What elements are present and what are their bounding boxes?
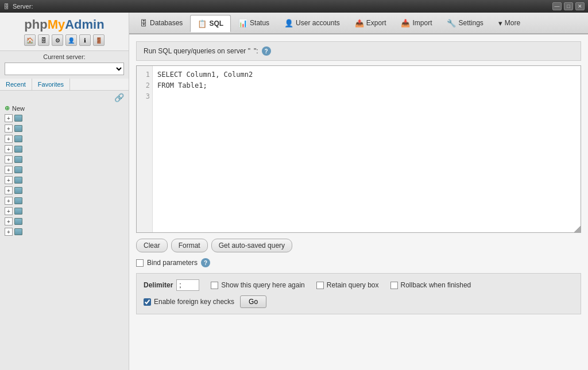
- tree-expand-btn[interactable]: +: [5, 176, 13, 184]
- tree-db-icon: [14, 218, 22, 225]
- tree-item: +: [0, 123, 129, 134]
- tree-item: +: [0, 216, 129, 227]
- minimize-button[interactable]: —: [552, 2, 562, 10]
- logo-my: My: [48, 17, 65, 32]
- retain-query-checkbox[interactable]: [316, 282, 324, 289]
- tree-expand-btn[interactable]: +: [5, 135, 13, 143]
- user-accounts-icon: 👤: [284, 19, 293, 28]
- content-area: 🗄 Databases 📋 SQL 📊 Status 👤 User accoun…: [129, 13, 588, 370]
- retain-query-wrap: Retain query box: [316, 281, 379, 289]
- tree-item: +: [0, 185, 129, 196]
- tree-item: +: [0, 154, 129, 165]
- server-select-wrap: [0, 61, 129, 79]
- tree-db-icon: [14, 177, 22, 184]
- close-button[interactable]: ✕: [575, 2, 585, 10]
- info-icon[interactable]: ℹ: [79, 34, 91, 46]
- delimiter-wrap: Delimiter: [144, 279, 199, 291]
- tree-expand-btn[interactable]: +: [5, 197, 13, 205]
- tab-status[interactable]: 📊 Status: [231, 14, 277, 32]
- format-button[interactable]: Format: [171, 239, 208, 252]
- settings-icon[interactable]: ⚙: [52, 34, 63, 46]
- tree-db-icon: [14, 125, 22, 132]
- tab-databases[interactable]: 🗄 Databases: [133, 14, 190, 32]
- line-num-1: 1: [139, 69, 150, 80]
- tree-db-icon: [14, 166, 22, 173]
- get-auto-saved-button[interactable]: Get auto-saved query: [211, 239, 292, 252]
- tree-db-icon: [14, 146, 22, 153]
- exit-icon[interactable]: 🚪: [93, 34, 105, 46]
- rollback-wrap: Rollback when finished: [390, 281, 471, 289]
- logo-php: php: [24, 17, 47, 32]
- sql-editor-wrap: 1 2 3 SELECT Column1, Column2 FROM Table…: [136, 65, 581, 233]
- tree-expand-btn[interactable]: +: [5, 207, 13, 215]
- tree-expand-btn[interactable]: +: [5, 124, 13, 133]
- tree-expand-btn[interactable]: +: [5, 186, 13, 194]
- logo-admin: Admin: [65, 17, 104, 32]
- tree-item: +: [0, 175, 129, 185]
- tree-db-icon: [14, 208, 22, 215]
- action-buttons: Clear Format Get auto-saved query: [136, 239, 581, 252]
- tree-expand-btn[interactable]: +: [5, 217, 13, 225]
- line-num-2: 2: [139, 80, 150, 91]
- tree-item: +: [0, 144, 129, 154]
- tab-sql[interactable]: 📋 SQL: [190, 15, 231, 32]
- tree-item: +: [0, 227, 129, 237]
- tab-settings[interactable]: 🔧 Settings: [439, 14, 490, 32]
- logo: phpMyAdmin: [5, 17, 124, 32]
- bind-params-help-icon[interactable]: ?: [201, 258, 210, 267]
- tab-databases-label: Databases: [150, 19, 183, 27]
- resize-handle[interactable]: [574, 225, 581, 232]
- rollback-label: Rollback when finished: [401, 281, 471, 289]
- tab-import-label: Import: [412, 19, 432, 27]
- db-icon[interactable]: 🗄: [38, 34, 49, 46]
- server-select[interactable]: [5, 63, 124, 75]
- sidebar-tree: 🔗 ⊕ New + + + + +: [0, 91, 129, 370]
- delimiter-input[interactable]: [176, 279, 199, 291]
- help-icon[interactable]: ?: [262, 46, 271, 56]
- tree-expand-btn[interactable]: +: [5, 166, 13, 174]
- tree-expand-btn[interactable]: +: [5, 155, 13, 163]
- tree-item: +: [0, 165, 129, 175]
- link-icon[interactable]: 🔗: [114, 93, 124, 102]
- window-title: Server:: [13, 3, 549, 10]
- tab-import[interactable]: 📥 Import: [393, 14, 439, 32]
- home-icon[interactable]: 🏠: [24, 34, 36, 46]
- delimiter-label: Delimiter: [144, 281, 173, 289]
- show-query-checkbox[interactable]: [211, 282, 218, 289]
- tab-export[interactable]: 📤 Export: [347, 14, 394, 32]
- tree-expand-btn[interactable]: +: [5, 145, 13, 153]
- retain-query-label: Retain query box: [327, 281, 379, 289]
- more-icon: ▾: [498, 19, 502, 28]
- bind-params-checkbox[interactable]: [136, 259, 144, 267]
- rollback-checkbox[interactable]: [390, 282, 398, 289]
- show-query-label: Show this query here again: [221, 281, 304, 289]
- settings-nav-icon: 🔧: [447, 19, 456, 28]
- tab-user-accounts[interactable]: 👤 User accounts: [277, 14, 347, 32]
- foreign-key-checkbox[interactable]: [144, 298, 151, 306]
- new-plus-icon: ⊕: [5, 104, 10, 112]
- line-num-3: 3: [139, 91, 150, 102]
- tree-expand-btn[interactable]: +: [5, 114, 13, 122]
- user-icon[interactable]: 👤: [65, 34, 77, 46]
- sidebar-tab-recent[interactable]: Recent: [0, 79, 32, 90]
- maximize-button[interactable]: □: [564, 2, 573, 10]
- sidebar-tab-favorites[interactable]: Favorites: [32, 79, 70, 90]
- tab-sql-label: SQL: [209, 20, 223, 28]
- go-button[interactable]: Go: [240, 295, 266, 308]
- tree-expand-btn[interactable]: +: [5, 228, 13, 236]
- tree-db-icon: [14, 228, 22, 235]
- window-controls: — □ ✕: [552, 2, 585, 10]
- clear-button[interactable]: Clear: [136, 239, 168, 252]
- query-header-text2: ":: [254, 47, 258, 55]
- export-icon: 📤: [355, 19, 364, 28]
- tree-new-item[interactable]: ⊕ New: [0, 103, 129, 113]
- import-icon: 📥: [401, 19, 410, 28]
- foreign-key-wrap: Enable foreign key checks: [144, 298, 234, 306]
- tab-export-label: Export: [366, 19, 386, 27]
- tab-more[interactable]: ▾ More: [491, 14, 528, 32]
- line-numbers: 1 2 3: [137, 66, 153, 232]
- sql-textarea[interactable]: SELECT Column1, Column2 FROM Table1;: [153, 66, 581, 232]
- sql-editor: 1 2 3 SELECT Column1, Column2 FROM Table…: [137, 66, 581, 232]
- tree-db-icon: [14, 135, 22, 142]
- tab-more-label: More: [505, 19, 520, 27]
